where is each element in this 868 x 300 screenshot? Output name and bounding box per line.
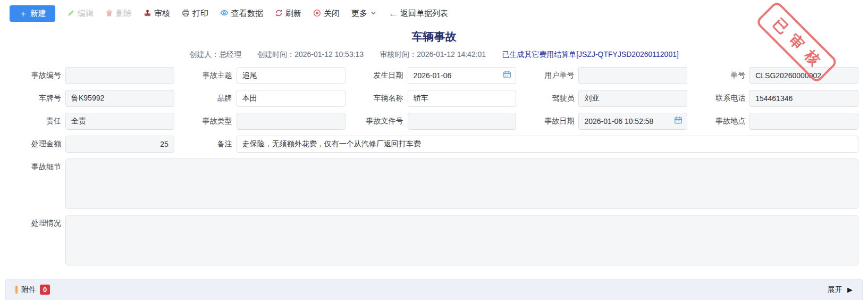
accident-detail-textarea[interactable] (65, 159, 858, 209)
field-vehicle-name: 车辆名称 (352, 90, 517, 107)
created-time-label: 创建时间： (257, 50, 294, 59)
field-accident-datetime: 事故日期 (523, 113, 687, 130)
created-time-info: 创建时间：2026-01-12 10:53:13 (257, 50, 364, 60)
handling-textarea[interactable] (65, 215, 858, 265)
brand-label: 品牌 (181, 94, 237, 103)
location-label: 事故地点 (694, 116, 749, 126)
generated-settlement-link[interactable]: 已生成其它费用结算单[JSZJ-QTFYJSD20260112001] (502, 50, 679, 60)
subject-input[interactable] (237, 67, 345, 84)
field-brand: 品牌 (181, 90, 345, 107)
created-time-value: 2026-01-12 10:53:13 (294, 50, 364, 59)
liability-label: 责任 (10, 116, 65, 126)
phone-input[interactable] (749, 90, 858, 107)
occur-date-input[interactable] (408, 67, 517, 84)
printer-icon (182, 9, 190, 19)
vehicle-name-input[interactable] (408, 90, 517, 107)
attachment-count-badge: 0 (40, 285, 50, 295)
pencil-icon (67, 9, 75, 19)
accident-type-input[interactable] (237, 113, 345, 130)
audited-time-value: 2026-01-12 14:42:01 (417, 50, 486, 59)
location-input[interactable] (749, 113, 858, 130)
field-remark: 备注 (181, 136, 858, 153)
more-button-label: 更多 (351, 9, 367, 19)
field-accident-file-no: 事故文件号 (352, 113, 517, 130)
back-to-list-label: 返回单据列表 (400, 9, 448, 19)
close-circle-icon (313, 9, 321, 19)
refresh-button[interactable]: 刷新 (275, 9, 301, 19)
order-no-label: 单号 (694, 71, 749, 80)
remark-label: 备注 (181, 139, 237, 149)
attachment-group: 附件 0 (15, 285, 50, 295)
calendar-icon[interactable] (503, 70, 511, 81)
delete-button-label: 删除 (116, 9, 132, 19)
handling-label: 处理情况 (10, 215, 65, 228)
attachment-label: 附件 (21, 285, 36, 295)
stamp-icon (144, 9, 151, 19)
chevron-down-icon (370, 9, 377, 18)
more-button[interactable]: 更多 (351, 9, 377, 19)
phone-label: 联系电话 (694, 94, 749, 103)
order-no-input[interactable] (749, 67, 858, 84)
expand-arrow-icon: ▶ (847, 286, 853, 294)
user-order-no-input[interactable] (578, 67, 687, 84)
attachment-panel-header[interactable]: 附件 0 展开 ▶ (5, 279, 863, 300)
accident-type-label: 事故类型 (181, 116, 237, 126)
accident-no-input[interactable] (65, 67, 174, 84)
view-data-button[interactable]: 查看数据 (220, 9, 263, 19)
plate-no-input[interactable] (65, 90, 174, 107)
driver-input[interactable] (578, 90, 687, 107)
driver-label: 驾驶员 (523, 94, 578, 103)
field-order-no: 单号 (694, 67, 858, 84)
delete-button[interactable]: 删除 (105, 9, 132, 19)
toolbar: ＋ 新建 编辑 删除 审核 打印 查看数据 刷新 (0, 0, 868, 26)
remark-input[interactable] (237, 136, 858, 153)
back-to-list-button[interactable]: ← 返回单据列表 (389, 9, 448, 19)
view-data-button-label: 查看数据 (231, 9, 263, 19)
occur-date-label: 发生日期 (352, 71, 408, 80)
left-arrow-icon: ← (389, 9, 398, 18)
amount-label: 处理金额 (10, 139, 65, 149)
field-handling: 处理情况 (10, 215, 858, 265)
eye-icon (220, 9, 229, 19)
field-location: 事故地点 (694, 113, 858, 130)
field-driver: 驾驶员 (523, 90, 687, 107)
new-button-label: 新建 (30, 9, 46, 19)
field-liability: 责任 (10, 113, 174, 130)
audited-time-info: 审核时间：2026-01-12 14:42:01 (380, 50, 486, 60)
print-button[interactable]: 打印 (182, 9, 208, 19)
user-order-no-label: 用户单号 (523, 71, 578, 80)
refresh-icon (275, 9, 283, 19)
plate-no-label: 车牌号 (10, 94, 65, 103)
edit-button[interactable]: 编辑 (67, 9, 94, 19)
close-button[interactable]: 关闭 (313, 9, 340, 19)
audited-time-label: 审核时间： (380, 50, 417, 59)
field-user-order-no: 用户单号 (523, 67, 687, 84)
calendar-icon[interactable] (674, 116, 682, 127)
trash-icon (105, 9, 113, 19)
amount-input[interactable] (65, 136, 174, 153)
accident-detail-label: 事故细节 (10, 159, 65, 172)
audit-button[interactable]: 审核 (144, 9, 170, 19)
field-amount: 处理金额 (10, 136, 174, 153)
field-accident-detail: 事故细节 (10, 159, 858, 209)
new-button[interactable]: ＋ 新建 (10, 5, 55, 22)
vehicle-name-label: 车辆名称 (352, 94, 408, 103)
accident-datetime-input[interactable] (578, 113, 687, 130)
accident-file-no-input[interactable] (408, 113, 517, 130)
expand-control[interactable]: 展开 ▶ (828, 285, 853, 295)
field-phone: 联系电话 (694, 90, 858, 107)
edit-button-label: 编辑 (78, 9, 94, 19)
refresh-button-label: 刷新 (285, 9, 301, 19)
print-button-label: 打印 (192, 9, 208, 19)
subject-label: 事故主题 (181, 71, 237, 80)
page-title: 车辆事故 (0, 29, 868, 44)
close-button-label: 关闭 (324, 9, 340, 19)
brand-input[interactable] (237, 90, 345, 107)
attachment-icon (15, 286, 18, 294)
field-occur-date: 发生日期 (352, 67, 517, 84)
field-accident-no: 事故编号 (10, 67, 174, 84)
field-subject: 事故主题 (181, 67, 345, 84)
accident-form: 事故编号 事故主题 发生日期 用户单号 单号 车牌号 (0, 60, 868, 265)
creator-info: 创建人：总经理 (189, 50, 241, 60)
liability-input[interactable] (65, 113, 174, 130)
